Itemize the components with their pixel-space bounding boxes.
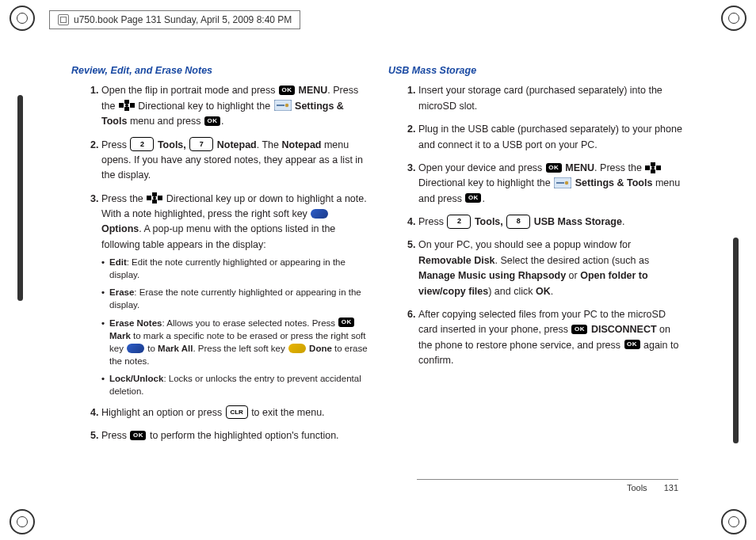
crop-ring-bl <box>10 509 35 534</box>
text: On your PC, you should see a popup windo… <box>418 239 631 250</box>
clr-key-icon: CLR <box>226 405 248 419</box>
step-1: Open the flip in portrait mode and press… <box>101 83 368 129</box>
text: to perform the highlighted option's func… <box>150 430 339 441</box>
settings-tools-icon <box>274 100 292 111</box>
option-erase-notes: Erase Notes: Allows you to erase selecte… <box>101 317 368 367</box>
step-r2: Plug in the USB cable (purchased separat… <box>418 122 685 153</box>
svg-rect-8 <box>147 196 151 200</box>
text: Press <box>418 216 446 227</box>
edge-bar-right <box>733 238 739 443</box>
right-softkey-icon <box>127 344 144 353</box>
option-lock-unlock: Lock/Unlock: Locks or unlocks the entry … <box>101 372 368 397</box>
svg-rect-3 <box>124 107 129 111</box>
svg-rect-9 <box>158 196 162 200</box>
steps-right: Insert your storage card (purchased sepa… <box>388 83 685 368</box>
text-bold: Mark <box>109 331 131 340</box>
text-bold: Removable Disk <box>418 255 495 266</box>
section-title-left: Review, Edit, and Erase Notes <box>71 63 368 78</box>
step-2: Press 2 Tools, 7 Notepad. The Notepad me… <box>101 138 368 184</box>
ok-key-icon: OK <box>624 340 640 349</box>
directional-key-icon <box>147 192 162 203</box>
text-bold: Notepad <box>214 139 256 150</box>
text-bold: Edit <box>109 257 127 267</box>
text: Directional key to highlight the <box>418 177 553 188</box>
text-bold: Lock/Unlock <box>109 374 163 383</box>
step-5: Press OK to perform the highlighted opti… <box>101 428 368 443</box>
text-bold: Erase Notes <box>109 318 162 328</box>
svg-rect-16 <box>651 169 655 173</box>
step-r6: After copying selected files from your P… <box>418 307 685 369</box>
text-bold: Tools, <box>472 216 506 227</box>
step-r5: On your PC, you should see a popup windo… <box>418 238 685 299</box>
text: . Select the desired action (such as <box>495 255 650 266</box>
crop-ring-br <box>721 509 746 534</box>
svg-rect-0 <box>119 103 124 108</box>
left-column: Review, Edit, and Erase Notes Open the f… <box>71 63 368 496</box>
header-crop-mark: u750.book Page 131 Sunday, April 5, 2009… <box>49 10 300 29</box>
svg-point-17 <box>651 166 655 169</box>
option-edit: Edit: Edit the note currently highlighte… <box>101 256 368 281</box>
text: to <box>145 344 158 353</box>
text-bold: USB Mass Storage <box>531 216 622 227</box>
text-bold: MENU <box>563 162 594 173</box>
svg-point-7 <box>284 104 288 107</box>
key-7-icon: 7 <box>189 137 213 151</box>
text: . Press the left soft key <box>193 344 288 353</box>
right-softkey-icon <box>311 209 328 219</box>
svg-point-12 <box>153 196 156 200</box>
page-body: Review, Edit, and Erase Notes Open the f… <box>71 63 685 496</box>
ok-key-icon: OK <box>130 431 146 440</box>
crop-glyph-icon <box>58 14 69 25</box>
directional-key-icon <box>645 162 661 173</box>
step-4: Highlight an option or press CLR to exit… <box>101 405 368 420</box>
text: . The <box>257 139 282 150</box>
crop-ring-tl <box>10 6 35 31</box>
key-8-icon: 8 <box>506 215 530 229</box>
text-bold: Manage Music using Rhapsody <box>418 270 566 281</box>
svg-rect-6 <box>277 105 284 106</box>
edge-bar-left <box>17 95 23 301</box>
option-erase: Erase: Erase the note currently highligh… <box>101 286 368 311</box>
text: Press <box>101 430 129 441</box>
step-3: Press the Directional key up or down to … <box>101 192 368 397</box>
svg-rect-14 <box>656 165 661 170</box>
text: : Edit the note currently highlighted or… <box>109 257 346 280</box>
step-r4: Press 2 Tools, 8 USB Mass Storage. <box>418 215 685 230</box>
text-bold: Done <box>307 344 332 353</box>
svg-rect-19 <box>556 182 564 184</box>
text: Directional key to highlight the <box>138 101 273 112</box>
text: Press <box>101 139 129 150</box>
text: . Press the <box>594 162 644 173</box>
text: Press the <box>101 193 146 204</box>
footer-page-number: 131 <box>664 483 678 492</box>
text-bold: Notepad <box>281 139 321 150</box>
ok-key-icon: OK <box>465 193 481 203</box>
svg-rect-1 <box>130 103 135 108</box>
right-column: USB Mass Storage Insert your storage car… <box>388 63 685 496</box>
svg-rect-13 <box>645 165 650 170</box>
text: Open the flip in portrait mode and press <box>101 85 278 96</box>
key-2-icon: 2 <box>447 215 471 229</box>
section-title-right: USB Mass Storage <box>388 63 685 78</box>
text-bold: Mark All <box>158 344 193 353</box>
text: to exit the menu. <box>251 407 324 418</box>
svg-rect-2 <box>124 100 129 104</box>
ok-key-icon: OK <box>279 86 295 95</box>
text: Highlight an option or press <box>101 407 225 418</box>
text-bold: OK <box>536 286 551 297</box>
text: ) and click <box>488 286 536 297</box>
step-r1: Insert your storage card (purchased sepa… <box>418 83 685 114</box>
text: menu and press <box>127 116 204 127</box>
text: : Erase the note currently highlighted o… <box>109 287 361 310</box>
text: or <box>566 270 580 281</box>
settings-tools-icon <box>554 177 571 188</box>
svg-point-4 <box>125 104 128 107</box>
key-2-icon: 2 <box>130 137 154 151</box>
ok-key-icon: OK <box>204 116 220 126</box>
text-bold: Erase <box>109 287 134 297</box>
svg-rect-10 <box>152 192 157 196</box>
text-bold: Tools, <box>155 139 189 150</box>
text: Open your device and press <box>418 162 545 173</box>
crop-ring-tr <box>721 6 746 31</box>
footer-section-label: Tools <box>627 483 647 492</box>
